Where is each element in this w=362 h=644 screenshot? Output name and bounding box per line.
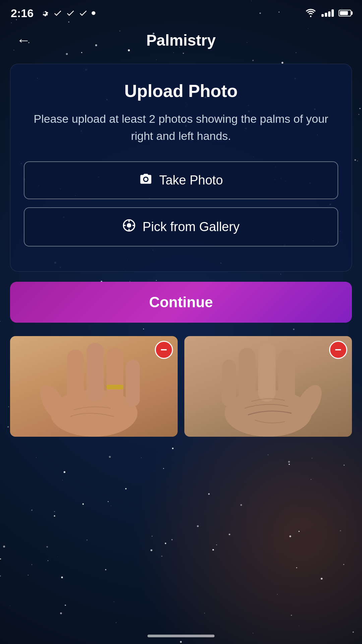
photo-grid: −: [10, 336, 352, 437]
notification-icons: [40, 8, 96, 18]
status-time: 2:16: [11, 7, 34, 20]
pick-gallery-label: Pick from Gallery: [142, 220, 239, 234]
upload-description: Please upload at least 2 photos showing …: [24, 110, 338, 145]
upload-card: Upload Photo Please upload at least 2 ph…: [10, 64, 352, 272]
hand-right-illustration: [184, 336, 352, 437]
svg-rect-8: [126, 360, 140, 407]
camera-icon: [139, 173, 153, 188]
dot-icon: [91, 11, 96, 15]
upload-title: Upload Photo: [24, 81, 338, 101]
svg-point-0: [92, 11, 95, 15]
back-arrow-icon: ←: [16, 32, 31, 48]
hand-photo-right: [184, 336, 352, 437]
continue-button[interactable]: Continue: [10, 282, 352, 323]
svg-rect-12: [239, 348, 255, 403]
svg-rect-11: [222, 360, 236, 407]
svg-point-2: [127, 223, 131, 227]
home-bar: [147, 635, 215, 637]
header: ← Palmistry: [0, 23, 362, 57]
minus-icon-2: −: [335, 344, 342, 355]
svg-rect-9: [107, 385, 123, 389]
svg-rect-5: [67, 350, 84, 403]
remove-photo-2-button[interactable]: −: [329, 341, 347, 359]
take-photo-label: Take Photo: [159, 173, 223, 187]
continue-label: Continue: [149, 294, 213, 311]
hand-left-illustration: [10, 336, 178, 437]
battery-icon: [339, 10, 351, 16]
status-bar: 2:16: [0, 0, 362, 23]
status-right-icons: [305, 8, 351, 18]
photo-item-1: −: [10, 336, 178, 437]
signal-icon: [321, 9, 334, 17]
wifi-icon: [305, 8, 317, 18]
remove-photo-1-button[interactable]: −: [155, 341, 173, 359]
gallery-icon: [122, 219, 136, 235]
photo-item-2: −: [184, 336, 352, 437]
minus-icon-1: −: [161, 344, 167, 355]
back-button[interactable]: ←: [13, 30, 34, 50]
svg-rect-14: [278, 350, 295, 403]
gear-icon: [40, 8, 50, 18]
svg-rect-6: [86, 343, 104, 401]
check-icon-3: [78, 8, 88, 18]
check-icon-1: [53, 8, 62, 18]
check-icon-2: [66, 8, 75, 18]
take-photo-button[interactable]: Take Photo: [24, 161, 338, 199]
page-title: Palmistry: [34, 31, 328, 49]
hand-photo-left: [10, 336, 178, 437]
svg-rect-13: [258, 343, 276, 401]
svg-rect-7: [107, 348, 123, 403]
pick-gallery-button[interactable]: Pick from Gallery: [24, 207, 338, 247]
